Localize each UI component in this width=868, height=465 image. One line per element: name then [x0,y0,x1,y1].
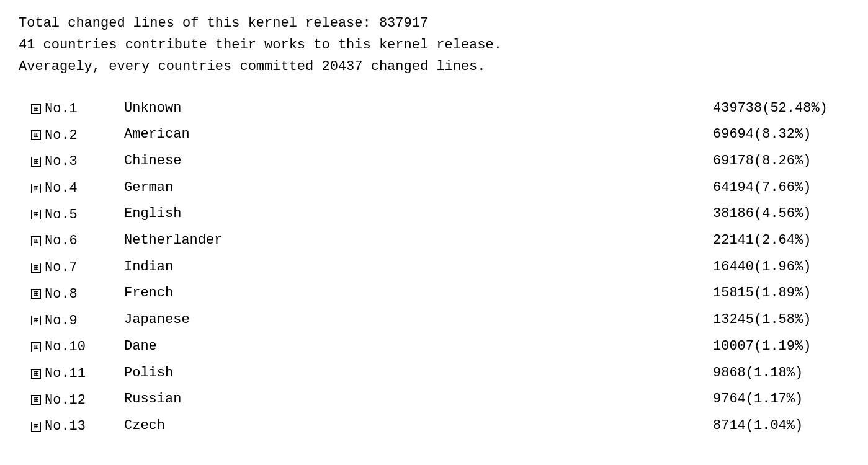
rank-label: No.3 [45,150,78,173]
country-name: Indian [124,255,298,278]
table-row: ⊞ No.7 Indian 16440(1.96%) [19,255,849,280]
table-row: ⊞ No.8 French 15815(1.89%) [19,281,849,306]
expand-icon[interactable]: ⊞ [31,422,41,432]
table-row: ⊞ No.4 German 64194(7.66%) [19,176,849,200]
rank-col: ⊞ No.9 [31,309,112,332]
summary-line1: Total changed lines of this kernel relea… [19,12,849,34]
entry-value: 22141(2.64%) [713,229,849,252]
expand-icon[interactable]: ⊞ [31,369,41,379]
country-name: French [124,281,298,304]
table-row: ⊞ No.10 Dane 10007(1.19%) [19,335,849,359]
expand-icon[interactable]: ⊞ [31,342,41,352]
rank-label: No.7 [45,256,78,279]
expand-icon[interactable]: ⊞ [31,289,41,299]
country-name: American [124,123,298,146]
expand-icon[interactable]: ⊞ [31,184,41,193]
country-name: Russian [124,388,298,410]
expand-icon[interactable]: ⊞ [31,104,41,114]
country-name: English [124,202,298,225]
rank-label: No.8 [45,283,78,306]
rank-col: ⊞ No.6 [31,229,112,252]
entries-list: ⊞ No.1 Unknown 439738(52.48%) ⊞ No.2 Ame… [19,97,849,438]
rank-col: ⊞ No.10 [31,335,112,358]
rank-col: ⊞ No.7 [31,256,112,279]
rank-col: ⊞ No.13 [31,415,112,438]
country-name: Dane [124,335,298,358]
expand-icon[interactable]: ⊞ [31,263,41,273]
table-row: ⊞ No.9 Japanese 13245(1.58%) [19,308,849,332]
country-name: Czech [124,414,298,437]
entry-value: 38186(4.56%) [713,202,849,225]
rank-label: No.12 [45,389,86,412]
expand-icon[interactable]: ⊞ [31,157,41,167]
expand-icon[interactable]: ⊞ [31,316,41,326]
country-name: Polish [124,361,298,384]
rank-col: ⊞ No.8 [31,283,112,306]
entry-value: 9868(1.18%) [713,361,849,384]
rank-label: No.5 [45,203,78,226]
entry-value: 69694(8.32%) [713,123,849,146]
summary-section: Total changed lines of this kernel relea… [19,12,849,78]
summary-line2: 41 countries contribute their works to t… [19,34,849,56]
rank-col: ⊞ No.12 [31,389,112,412]
table-row: ⊞ No.6 Netherlander 22141(2.64%) [19,229,849,253]
rank-label: No.4 [45,177,78,200]
summary-line3: Averagely, every countries committed 204… [19,56,849,78]
entry-value: 9764(1.17%) [713,388,849,410]
rank-col: ⊞ No.2 [31,124,112,147]
rank-col: ⊞ No.4 [31,177,112,200]
rank-col: ⊞ No.1 [31,97,112,120]
table-row: ⊞ No.5 English 38186(4.56%) [19,202,849,226]
entry-value: 10007(1.19%) [713,335,849,358]
entry-value: 64194(7.66%) [713,176,849,199]
rank-col: ⊞ No.11 [31,362,112,385]
rank-col: ⊞ No.5 [31,203,112,226]
table-row: ⊞ No.13 Czech 8714(1.04%) [19,414,849,438]
rank-label: No.9 [45,309,78,332]
country-name: German [124,176,298,199]
expand-icon[interactable]: ⊞ [31,130,41,140]
expand-icon[interactable]: ⊞ [31,210,41,219]
table-row: ⊞ No.1 Unknown 439738(52.48%) [19,97,849,121]
rank-label: No.1 [45,97,78,120]
entry-value: 13245(1.58%) [713,308,849,331]
expand-icon[interactable]: ⊞ [31,236,41,246]
table-row: ⊞ No.3 Chinese 69178(8.26%) [19,149,849,174]
expand-icon[interactable]: ⊞ [31,395,41,405]
table-row: ⊞ No.12 Russian 9764(1.17%) [19,388,849,412]
table-row: ⊞ No.2 American 69694(8.32%) [19,123,849,147]
entry-value: 69178(8.26%) [713,149,849,172]
entry-value: 439738(52.48%) [713,97,849,120]
rank-label: No.11 [45,362,86,385]
entry-value: 16440(1.96%) [713,255,849,278]
rank-col: ⊞ No.3 [31,150,112,173]
country-name: Unknown [124,97,298,120]
country-name: Chinese [124,149,298,172]
rank-label: No.2 [45,124,78,147]
rank-label: No.13 [45,415,86,438]
entry-value: 8714(1.04%) [713,414,849,437]
entry-value: 15815(1.89%) [713,281,849,304]
rank-label: No.6 [45,229,78,252]
country-name: Netherlander [124,229,298,252]
table-row: ⊞ No.11 Polish 9868(1.18%) [19,361,849,386]
country-name: Japanese [124,308,298,331]
rank-label: No.10 [45,335,86,358]
